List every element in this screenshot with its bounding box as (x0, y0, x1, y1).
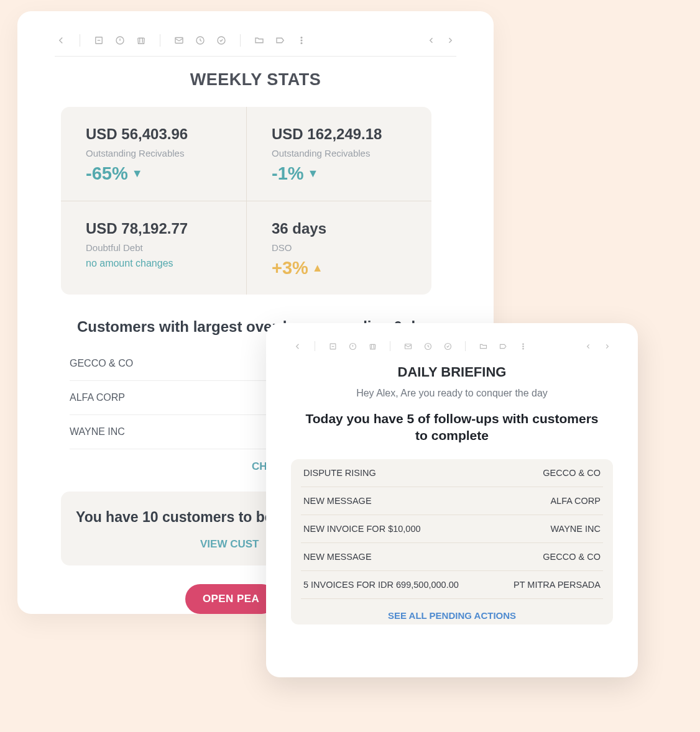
svg-point-14 (522, 345, 523, 347)
action-customer: PT MITRA PERSADA (513, 580, 601, 590)
weekly-title: WEEKLY STATS (55, 70, 456, 89)
stat-delta-value: -1% (272, 163, 304, 184)
archive-icon[interactable] (93, 34, 105, 47)
open-button[interactable]: OPEN PEA (185, 584, 277, 614)
back-icon[interactable] (55, 34, 67, 47)
stat-delta: -1% ▼ (272, 163, 410, 184)
trend-down-icon: ▼ (308, 167, 319, 180)
stat-value: USD 78,192.77 (86, 220, 225, 237)
action-row[interactable]: NEW MESSAGE GECCO & CO (301, 543, 603, 571)
prev-icon[interactable] (425, 34, 438, 47)
action-row[interactable]: 5 INVOICES FOR IDR 699,500,000.00 PT MIT… (301, 571, 603, 599)
svg-point-5 (301, 37, 302, 39)
stat-delta-value: -65% (86, 163, 128, 184)
action-customer: WAYNE INC (550, 524, 601, 534)
more-icon[interactable] (517, 340, 529, 352)
trend-down-icon: ▼ (132, 167, 143, 180)
daily-briefing-card: DAILY BRIEFING Hey Alex, Are you ready t… (266, 323, 638, 677)
stat-value: 36 days (272, 220, 410, 237)
toolbar-separator (80, 34, 80, 47)
action-type: 5 INVOICES FOR IDR 699,500,000.00 (303, 580, 459, 590)
stat-delta: +3% ▲ (272, 258, 410, 278)
trash-icon[interactable] (135, 34, 147, 47)
clock-icon[interactable] (421, 340, 434, 352)
task-icon[interactable] (441, 340, 454, 352)
spam-icon[interactable] (114, 34, 126, 47)
toolbar-separator (390, 341, 390, 351)
folder-icon[interactable] (477, 340, 489, 352)
back-icon[interactable] (291, 340, 303, 352)
spam-icon[interactable] (346, 340, 359, 352)
action-list: DISPUTE RISING GECCO & CO NEW MESSAGE AL… (291, 459, 613, 624)
stat-label: Outstanding Recivables (86, 148, 225, 158)
action-row[interactable]: NEW INVOICE FOR $10,000 WAYNE INC (301, 515, 603, 543)
toolbar-separator (465, 341, 466, 351)
see-all-link[interactable]: SEE ALL PENDING ACTIONS (301, 599, 603, 624)
stat-grid: USD 56,403.96 Outstanding Recivables -65… (61, 107, 431, 295)
stat-delta-value: +3% (272, 258, 308, 278)
mail-icon[interactable] (402, 340, 414, 352)
svg-point-13 (522, 344, 523, 345)
next-icon[interactable] (444, 34, 456, 47)
toolbar-separator (240, 34, 241, 47)
task-icon[interactable] (215, 34, 228, 47)
weekly-toolbar (55, 32, 456, 48)
action-type: NEW MESSAGE (303, 552, 372, 562)
label-icon[interactable] (274, 34, 287, 47)
svg-point-15 (522, 348, 523, 349)
action-customer: GECCO & CO (543, 468, 601, 478)
daily-subtitle: Today you have 5 of follow-ups with cust… (303, 410, 601, 444)
svg-point-7 (301, 43, 302, 44)
more-icon[interactable] (295, 34, 308, 47)
stat-delta: -65% ▼ (86, 163, 225, 184)
trash-icon[interactable] (366, 340, 379, 352)
stat-value: USD 162,249.18 (272, 126, 410, 143)
toolbar-separator (315, 341, 315, 351)
stat-delta-value: no amount changes (86, 258, 173, 269)
prev-icon[interactable] (582, 340, 594, 352)
stat-label: Outstanding Recivables (272, 148, 410, 158)
toolbar-separator (160, 34, 160, 47)
stat-cell: 36 days DSO +3% ▲ (246, 201, 431, 295)
stat-label: DSO (272, 242, 410, 253)
stat-cell: USD 78,192.77 Doubtful Debt no amount ch… (61, 201, 246, 295)
clock-icon[interactable] (194, 34, 206, 47)
folder-icon[interactable] (253, 34, 265, 47)
trend-up-icon: ▲ (312, 262, 323, 275)
stat-cell: USD 56,403.96 Outstanding Recivables -65… (61, 107, 246, 201)
action-type: DISPUTE RISING (303, 468, 376, 478)
mail-icon[interactable] (173, 34, 185, 47)
action-customer: ALFA CORP (550, 496, 601, 506)
action-row[interactable]: DISPUTE RISING GECCO & CO (301, 459, 603, 487)
stat-label: Doubtful Debt (86, 242, 225, 253)
label-icon[interactable] (497, 340, 509, 352)
action-type: NEW MESSAGE (303, 496, 372, 506)
action-customer: GECCO & CO (543, 552, 601, 562)
stat-value: USD 56,403.96 (86, 126, 225, 143)
archive-icon[interactable] (326, 340, 339, 352)
svg-point-6 (301, 40, 302, 41)
stat-delta: no amount changes (86, 258, 225, 269)
daily-title: DAILY BRIEFING (291, 364, 613, 380)
action-row[interactable]: NEW MESSAGE ALFA CORP (301, 487, 603, 515)
action-type: NEW INVOICE FOR $10,000 (303, 524, 421, 534)
stat-cell: USD 162,249.18 Outstanding Recivables -1… (246, 107, 431, 201)
daily-toolbar (291, 339, 613, 353)
daily-greeting: Hey Alex, Are you ready to conquer the d… (291, 388, 613, 399)
next-icon[interactable] (601, 340, 613, 352)
